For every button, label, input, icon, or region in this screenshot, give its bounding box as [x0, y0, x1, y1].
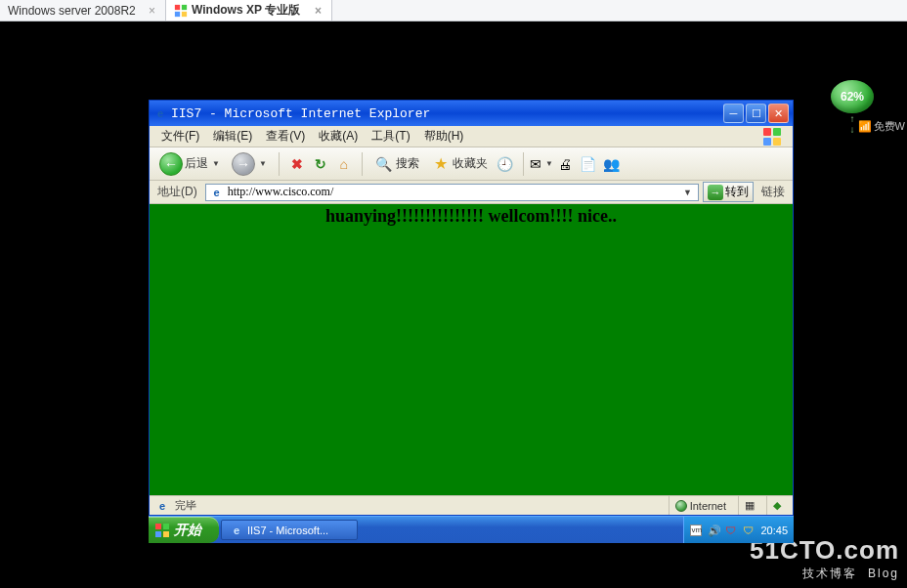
home-button[interactable]: ⌂: [334, 154, 354, 174]
close-button[interactable]: ✕: [768, 104, 789, 123]
favorites-button[interactable]: ★ 收藏夹: [427, 152, 492, 176]
ie-window: e IIS7 - Microsoft Internet Explorer ─ ☐…: [149, 100, 794, 516]
tray-shield-icon[interactable]: 🛡: [725, 525, 737, 536]
status-icon[interactable]: ◆: [766, 496, 787, 515]
menu-view[interactable]: 查看(V): [260, 126, 311, 147]
refresh-button[interactable]: ↻: [311, 154, 330, 174]
wifi-indicator[interactable]: 📶 免费W: [858, 119, 905, 134]
chevron-down-icon[interactable]: ▼: [212, 159, 220, 168]
back-button[interactable]: ← 后退 ▼: [155, 150, 224, 178]
taskbar-item-ie[interactable]: e IIS7 - Microsoft...: [221, 520, 358, 540]
host-tab-server2008[interactable]: Windows server 2008R2 ×: [0, 0, 166, 21]
host-tab-label: Windows server 2008R2: [8, 4, 136, 18]
windows-icon: [154, 523, 170, 538]
menu-bar: 文件(F) 编辑(E) 查看(V) 收藏(A) 工具(T) 帮助(H): [150, 126, 793, 147]
window-title: IIS7 - Microsoft Internet Explorer: [171, 106, 719, 121]
history-button[interactable]: 🕘: [496, 154, 515, 174]
host-viewport: 62% ↑↓ 📶 免费W 51CTO.com 技术博客 Blog e IIS7 …: [0, 21, 907, 588]
status-bar: e 完毕 Internet ▦ ◆: [150, 495, 793, 515]
svg-rect-6: [155, 531, 161, 537]
system-tray: vm 🔊 🛡 🛡 20:45: [683, 517, 794, 543]
address-label: 地址(D): [153, 184, 201, 200]
globe-icon: [675, 500, 687, 512]
svg-rect-2: [175, 11, 180, 16]
chevron-down-icon[interactable]: ▼: [259, 159, 267, 168]
page-viewport: huanying!!!!!!!!!!!!!!! wellcom!!!! nice…: [150, 204, 793, 495]
host-tab-strip: Windows server 2008R2 × Windows XP 专业版 ×: [0, 0, 907, 21]
ie-icon: e: [230, 524, 243, 537]
search-button[interactable]: 🔍 搜索: [370, 152, 423, 176]
go-button[interactable]: → 转到: [703, 182, 754, 202]
svg-rect-5: [163, 524, 169, 529]
search-icon: 🔍: [374, 154, 394, 174]
svg-rect-7: [163, 531, 169, 537]
close-icon[interactable]: ×: [313, 4, 324, 18]
svg-rect-3: [182, 11, 187, 16]
zone-indicator[interactable]: Internet: [669, 496, 732, 515]
menu-favorites[interactable]: 收藏(A): [313, 126, 364, 147]
start-button[interactable]: 开始: [149, 517, 219, 543]
tray-network-icon[interactable]: 🔊: [708, 525, 719, 536]
url-input[interactable]: [228, 185, 677, 199]
ie-icon: e: [153, 106, 167, 120]
links-button[interactable]: 链接: [757, 184, 789, 200]
stop-button[interactable]: ✖: [287, 154, 307, 174]
address-box[interactable]: e ▼: [205, 184, 699, 201]
forward-button[interactable]: → ▼: [228, 150, 271, 178]
menu-help[interactable]: 帮助(H): [418, 126, 470, 147]
minimize-button[interactable]: ─: [723, 104, 744, 123]
edit-button[interactable]: 📄: [579, 154, 598, 174]
svg-rect-0: [175, 4, 180, 9]
close-icon[interactable]: ×: [147, 4, 157, 18]
window-titlebar[interactable]: e IIS7 - Microsoft Internet Explorer ─ ☐…: [150, 101, 793, 126]
chevron-down-icon[interactable]: ▼: [681, 188, 694, 197]
page-heading: huanying!!!!!!!!!!!!!!! wellcom!!!! nice…: [325, 206, 617, 495]
messenger-button[interactable]: 👥: [602, 154, 622, 174]
toolbar: ← 后退 ▼ → ▼ ✖ ↻ ⌂ 🔍 搜索 ★: [150, 147, 793, 181]
guest-desktop: e IIS7 - Microsoft Internet Explorer ─ ☐…: [149, 100, 794, 543]
tray-clock[interactable]: 20:45: [760, 525, 788, 536]
wifi-icon: 📶: [858, 120, 872, 133]
menu-tools[interactable]: 工具(T): [366, 126, 415, 147]
windows-flag-icon: [756, 128, 787, 146]
address-bar: 地址(D) e ▼ → 转到 链接: [150, 181, 793, 204]
svg-rect-1: [182, 4, 187, 9]
host-tab-label: Windows XP 专业版: [192, 2, 300, 19]
battery-percent: 62%: [831, 80, 874, 113]
tray-security-icon[interactable]: 🛡: [743, 525, 755, 536]
print-button[interactable]: 🖨: [555, 154, 575, 174]
go-arrow-icon: →: [708, 185, 723, 200]
taskbar: 开始 e IIS7 - Microsoft... vm 🔊 🛡 🛡 20:45: [149, 516, 794, 543]
back-arrow-icon: ←: [159, 152, 183, 176]
svg-rect-4: [155, 524, 161, 529]
mail-button[interactable]: ✉▼: [532, 154, 551, 174]
tray-vm-icon[interactable]: vm: [690, 525, 702, 536]
windows-icon: [174, 4, 188, 18]
status-text: 完毕: [175, 498, 196, 513]
ie-icon: e: [155, 499, 169, 513]
host-tab-winxp[interactable]: Windows XP 专业版 ×: [166, 0, 332, 21]
forward-arrow-icon: →: [232, 152, 255, 176]
maximize-button[interactable]: ☐: [746, 104, 766, 123]
status-icon[interactable]: ▦: [738, 496, 760, 515]
ie-page-icon: e: [210, 186, 224, 199]
menu-edit[interactable]: 编辑(E): [207, 126, 258, 147]
star-icon: ★: [431, 154, 451, 174]
menu-file[interactable]: 文件(F): [155, 126, 205, 147]
